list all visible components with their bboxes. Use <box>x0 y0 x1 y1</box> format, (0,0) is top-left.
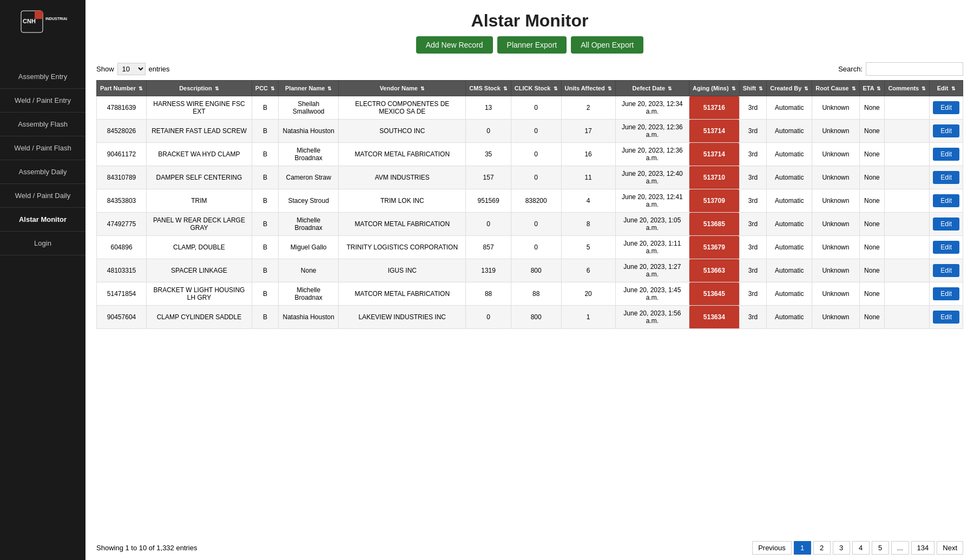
table-cell: 20 <box>561 282 615 306</box>
table-cell: Michelle Broadnax <box>279 213 339 236</box>
table-cell <box>885 213 930 236</box>
edit-button[interactable]: Edit <box>933 264 959 277</box>
next-button[interactable]: Next <box>937 541 963 555</box>
table-cell: Automatic <box>767 282 812 306</box>
table-cell: 3rd <box>739 96 767 120</box>
table-cell: B <box>252 306 278 329</box>
edit-button[interactable]: Edit <box>933 218 959 230</box>
table-controls: Show 10 25 50 100 entries Search: <box>96 62 963 76</box>
edit-button[interactable]: Edit <box>933 171 959 184</box>
col-click-stock[interactable]: CLICK Stock ⇅ <box>511 81 561 96</box>
table-cell: LAKEVIEW INDUSTRIES INC <box>339 306 466 329</box>
table-cell: 47492775 <box>97 213 147 236</box>
page-button-5[interactable]: 5 <box>872 541 889 555</box>
sidebar-item-weld-paint-daily[interactable]: Weld / Paint Daily <box>0 184 85 208</box>
col-aging[interactable]: Aging (Mins) ⇅ <box>689 81 740 96</box>
table-cell: 0 <box>511 143 561 166</box>
col-part-number[interactable]: Part Number ⇅ <box>97 81 147 96</box>
table-cell: None <box>859 306 885 329</box>
sidebar-item-assembly-daily[interactable]: Assembly Daily <box>0 160 85 184</box>
col-vendor-name[interactable]: Vendor Name ⇅ <box>339 81 466 96</box>
col-description[interactable]: Description ⇅ <box>147 81 252 96</box>
table-row: 604896CLAMP, DOUBLEBMiguel GalloTRINITY … <box>97 236 963 259</box>
edit-button[interactable]: Edit <box>933 101 959 114</box>
edit-button[interactable]: Edit <box>933 194 959 207</box>
page-button-134[interactable]: 134 <box>911 541 935 555</box>
table-cell <box>885 282 930 306</box>
table-cell: Automatic <box>767 96 812 120</box>
header-buttons: Add New Record Planner Export All Open E… <box>96 36 963 54</box>
table-cell: Unknown <box>812 189 859 213</box>
planner-export-button[interactable]: Planner Export <box>497 36 567 54</box>
page-ellipsis: ... <box>891 541 909 555</box>
table-cell <box>885 166 930 189</box>
table-cell: Natashia Houston <box>279 120 339 143</box>
table-cell: 857 <box>466 236 511 259</box>
table-cell: Unknown <box>812 306 859 329</box>
col-eta[interactable]: ETA ⇅ <box>859 81 885 96</box>
aging-value: 513634 <box>689 306 740 329</box>
col-defect-date[interactable]: Defect Date ⇅ <box>615 81 689 96</box>
table-cell: June 20, 2023, 12:36 a.m. <box>615 143 689 166</box>
table-cell: Cameron Straw <box>279 166 339 189</box>
page-button-2[interactable]: 2 <box>813 541 831 555</box>
table-cell: BRACKET W LIGHT HOUSING LH GRY <box>147 282 252 306</box>
table-cell: June 20, 2023, 1:11 a.m. <box>615 236 689 259</box>
edit-button[interactable]: Edit <box>933 287 959 300</box>
sidebar-item-assembly-flash[interactable]: Assembly Flash <box>0 113 85 136</box>
search-label: Search: <box>838 65 863 73</box>
table-row: 51471854BRACKET W LIGHT HOUSING LH GRYBM… <box>97 282 963 306</box>
previous-button[interactable]: Previous <box>752 541 792 555</box>
page-button-4[interactable]: 4 <box>852 541 870 555</box>
table-cell: 17 <box>561 120 615 143</box>
col-planner-name[interactable]: Planner Name ⇅ <box>279 81 339 96</box>
edit-button[interactable]: Edit <box>933 311 959 324</box>
table-cell: None <box>859 166 885 189</box>
col-root-cause[interactable]: Root Cause ⇅ <box>812 81 859 96</box>
table-cell: 2 <box>561 96 615 120</box>
all-open-export-button[interactable]: All Open Export <box>571 36 643 54</box>
table-cell: 0 <box>511 236 561 259</box>
sidebar-item-weld-paint-flash[interactable]: Weld / Paint Flash <box>0 136 85 160</box>
col-created-by[interactable]: Created By ⇅ <box>767 81 812 96</box>
table-cell: 3rd <box>739 213 767 236</box>
table-cell: B <box>252 166 278 189</box>
table-cell: CLAMP CYLINDER SADDLE <box>147 306 252 329</box>
page-button-1[interactable]: 1 <box>794 541 811 555</box>
table-cell: 88 <box>466 282 511 306</box>
table-cell <box>885 189 930 213</box>
entries-select[interactable]: 10 25 50 100 <box>117 63 146 75</box>
col-shift[interactable]: Shift ⇅ <box>739 81 767 96</box>
sidebar-item-alstar-monitor[interactable]: Alstar Monitor <box>0 208 85 232</box>
show-label: Show <box>96 65 114 73</box>
edit-button[interactable]: Edit <box>933 241 959 254</box>
sidebar-item-assembly-entry[interactable]: Assembly Entry <box>0 65 85 89</box>
table-cell: 0 <box>511 120 561 143</box>
sidebar-item-login[interactable]: Login <box>0 232 85 255</box>
table-cell: B <box>252 282 278 306</box>
edit-button[interactable]: Edit <box>933 124 959 137</box>
table-cell: 3rd <box>739 259 767 282</box>
table-cell: 48103315 <box>97 259 147 282</box>
table-row: 84353803TRIMBStacey StroudTRIM LOK INC95… <box>97 189 963 213</box>
col-comments[interactable]: Comments ⇅ <box>885 81 930 96</box>
table-cell: Automatic <box>767 166 812 189</box>
col-units-affected[interactable]: Units Affected ⇅ <box>561 81 615 96</box>
page-title: Alstar Monitor <box>96 11 963 31</box>
table-cell: Automatic <box>767 143 812 166</box>
table-cell: Unknown <box>812 120 859 143</box>
table-row: 90457604CLAMP CYLINDER SADDLEBNatashia H… <box>97 306 963 329</box>
col-edit[interactable]: Edit ⇅ <box>930 81 963 96</box>
col-cms-stock[interactable]: CMS Stock ⇅ <box>466 81 511 96</box>
page-button-3[interactable]: 3 <box>833 541 850 555</box>
aging-value: 513709 <box>689 189 740 213</box>
sidebar-item-weld-paint-entry[interactable]: Weld / Paint Entry <box>0 89 85 113</box>
col-pcc[interactable]: PCC ⇅ <box>252 81 278 96</box>
table-cell: Michelle Broadnax <box>279 143 339 166</box>
table-cell: 51471854 <box>97 282 147 306</box>
table-cell: 1319 <box>466 259 511 282</box>
add-new-record-button[interactable]: Add New Record <box>416 36 493 54</box>
edit-button[interactable]: Edit <box>933 148 959 161</box>
search-input[interactable] <box>866 62 963 76</box>
table-cell: June 20, 2023, 12:34 a.m. <box>615 96 689 120</box>
